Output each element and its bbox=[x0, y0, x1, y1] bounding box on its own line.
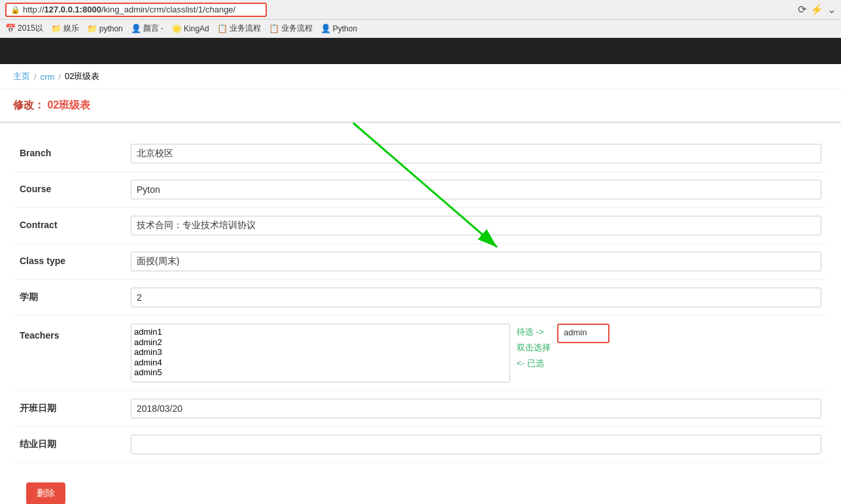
class-type-label: Class type bbox=[13, 252, 124, 266]
branch-row: Branch bbox=[13, 136, 828, 172]
teachers-selected-box: admin bbox=[557, 324, 609, 343]
selected-teacher-1: admin bbox=[564, 328, 587, 337]
browser-actions: ⟳ ⚡ ⌄ bbox=[798, 3, 836, 16]
teachers-field: admin1 admin2 admin3 admin4 admin5 待选 ->… bbox=[124, 324, 828, 382]
bookmark-python2-label: Python bbox=[333, 24, 357, 33]
bookmark-python2-icon: 👤 bbox=[320, 24, 331, 33]
bookmark-yl-icon: 📁 bbox=[51, 24, 61, 33]
url-path: /king_admin/crm/classlist/1/change/ bbox=[101, 5, 235, 14]
bookmark-biz1[interactable]: 📋 业务流程 bbox=[217, 23, 261, 34]
bookmark-biz1-label: 业务流程 bbox=[230, 23, 261, 34]
teacher-option-2[interactable]: admin2 bbox=[134, 337, 496, 348]
branch-input[interactable] bbox=[131, 144, 821, 163]
branch-label: Branch bbox=[13, 144, 124, 158]
already-selected-action[interactable]: <- 已选 bbox=[517, 358, 544, 369]
main-wrapper: 主页 / crm / 02班级表 修改： 02班级表 Branch Course bbox=[0, 64, 841, 504]
url-bar[interactable]: 🔒 http://127.0.0.1:8000/king_admin/crm/c… bbox=[5, 3, 267, 17]
chevron-down-icon[interactable]: ⌄ bbox=[827, 3, 836, 16]
class-type-field bbox=[124, 252, 828, 271]
start-date-field bbox=[124, 399, 828, 418]
course-label: Course bbox=[13, 180, 124, 194]
refresh-icon[interactable]: ⟳ bbox=[798, 3, 806, 16]
page-header: 修改： 02班级表 bbox=[0, 90, 841, 123]
semester-input[interactable] bbox=[131, 288, 821, 307]
class-type-row: Class type bbox=[13, 244, 828, 280]
bookmark-python2[interactable]: 👤 Python bbox=[320, 24, 357, 33]
bookmark-2015-icon: 📅 bbox=[5, 24, 16, 33]
page-title: 修改： 02班级表 bbox=[13, 99, 828, 112]
teachers-selector: admin1 admin2 admin3 admin4 admin5 待选 ->… bbox=[131, 324, 821, 382]
teacher-option-5[interactable]: admin5 bbox=[134, 367, 496, 378]
double-click-action[interactable]: 双击选择 bbox=[517, 342, 551, 354]
bookmark-kingad-label: KingAd bbox=[184, 24, 209, 33]
bookmark-2015-label: 2015以 bbox=[18, 23, 43, 34]
bookmark-biz2[interactable]: 📋 业务流程 bbox=[269, 23, 313, 34]
bookmark-yl-label: 娱乐 bbox=[63, 23, 79, 34]
teachers-available-select[interactable]: admin1 admin2 admin3 admin4 admin5 bbox=[131, 324, 499, 382]
choose-action[interactable]: 待选 -> bbox=[517, 326, 544, 338]
teachers-row: Teachers admin1 admin2 admin3 admin4 adm… bbox=[13, 316, 828, 391]
end-date-field bbox=[124, 435, 828, 454]
breadcrumb-crm[interactable]: crm bbox=[41, 72, 55, 82]
form-area: Branch Course Contract Class type bbox=[0, 123, 841, 504]
browser-bar: 🔒 http://127.0.0.1:8000/king_admin/crm/c… bbox=[0, 0, 841, 20]
bookmark-biz2-icon: 📋 bbox=[269, 24, 279, 33]
end-date-row: 结业日期 bbox=[13, 427, 828, 463]
secure-icon: 🔒 bbox=[10, 5, 20, 14]
breadcrumb-home[interactable]: 主页 bbox=[13, 71, 30, 82]
breadcrumb-sep1: / bbox=[34, 72, 37, 82]
bookmark-yy-label: 颜言 - bbox=[143, 23, 163, 34]
course-field bbox=[124, 180, 828, 199]
bookmark-python[interactable]: 📁 python bbox=[87, 24, 123, 33]
bookmark-yl[interactable]: 📁 娱乐 bbox=[51, 23, 79, 34]
url-text: http://127.0.0.1:8000/king_admin/crm/cla… bbox=[23, 5, 235, 14]
breadcrumb: 主页 / crm / 02班级表 bbox=[0, 64, 841, 90]
contract-row: Contract bbox=[13, 208, 828, 244]
semester-row: 学期 bbox=[13, 280, 828, 316]
url-domain: 127.0.0.1 bbox=[44, 5, 80, 14]
form-actions: 删除 bbox=[13, 463, 828, 504]
bookmark-yy[interactable]: 👤 颜言 - bbox=[131, 23, 163, 34]
teachers-available-box[interactable]: admin1 admin2 admin3 admin4 admin5 bbox=[131, 324, 510, 382]
url-port: :8000 bbox=[80, 5, 101, 14]
url-protocol: http:// bbox=[23, 5, 44, 14]
page-title-value: 02班级表 bbox=[47, 99, 90, 110]
class-type-input[interactable] bbox=[131, 252, 821, 271]
start-date-label: 开班日期 bbox=[13, 399, 124, 414]
bookmark-biz1-icon: 📋 bbox=[217, 24, 228, 33]
lightning-icon[interactable]: ⚡ bbox=[810, 3, 823, 16]
delete-button[interactable]: 删除 bbox=[26, 482, 65, 504]
teacher-option-3[interactable]: admin3 bbox=[134, 347, 496, 358]
top-nav bbox=[0, 38, 841, 64]
bookmark-biz2-label: 业务流程 bbox=[281, 23, 313, 34]
start-date-row: 开班日期 bbox=[13, 391, 828, 427]
bookmark-2015[interactable]: 📅 2015以 bbox=[5, 23, 43, 34]
bookmarks-bar: 📅 2015以 📁 娱乐 📁 python 👤 颜言 - 🌟 KingAd 📋 … bbox=[0, 20, 841, 38]
contract-input[interactable] bbox=[131, 216, 821, 235]
semester-label: 学期 bbox=[13, 288, 124, 303]
page-title-prefix: 修改： bbox=[13, 99, 44, 110]
teachers-label: Teachers bbox=[13, 324, 124, 341]
teachers-actions: 待选 -> 双击选择 <- 已选 bbox=[517, 324, 551, 369]
end-date-label: 结业日期 bbox=[13, 435, 124, 450]
breadcrumb-sep2: / bbox=[58, 72, 61, 82]
bookmark-kingad[interactable]: 🌟 KingAd bbox=[171, 24, 209, 33]
course-input[interactable] bbox=[131, 180, 821, 199]
start-date-input[interactable] bbox=[131, 399, 821, 418]
breadcrumb-current: 02班级表 bbox=[65, 71, 99, 82]
branch-field bbox=[124, 144, 828, 163]
teacher-option-4[interactable]: admin4 bbox=[134, 358, 496, 368]
bookmark-python-label: python bbox=[99, 24, 123, 33]
bookmark-kingad-icon: 🌟 bbox=[171, 24, 182, 33]
contract-field bbox=[124, 216, 828, 235]
end-date-input[interactable] bbox=[131, 435, 821, 454]
teacher-option-1[interactable]: admin1 bbox=[134, 327, 496, 337]
semester-field bbox=[124, 288, 828, 307]
bookmark-python-icon: 📁 bbox=[87, 24, 97, 33]
course-row: Course bbox=[13, 172, 828, 208]
bookmark-yy-icon: 👤 bbox=[131, 24, 141, 33]
contract-label: Contract bbox=[13, 216, 124, 230]
